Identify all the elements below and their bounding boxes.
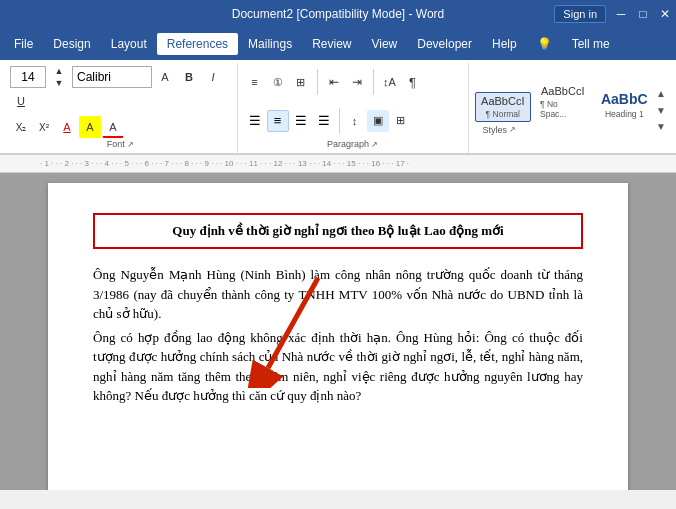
menu-tell-me[interactable]: Tell me — [562, 33, 620, 55]
align-left-button[interactable]: ☰ — [244, 110, 266, 132]
superscript-button[interactable]: X² — [33, 116, 55, 138]
align-justify-button[interactable]: ☰ — [313, 110, 335, 132]
paragraph-section-label[interactable]: Paragraph ↗ — [327, 138, 378, 151]
document-area: Quy định về thời giờ nghỉ ngơi theo Bộ l… — [0, 173, 676, 490]
ribbon-top-row: ▲ ▼ A B I U X₂ X² A A A Font — [0, 60, 676, 153]
numbering-button[interactable]: ① — [267, 71, 289, 93]
menu-developer[interactable]: Developer — [407, 33, 482, 55]
menu-lightbulb[interactable]: 💡 — [527, 33, 562, 55]
font-color-button[interactable]: A — [154, 66, 176, 88]
highlight-button[interactable]: A — [79, 116, 101, 138]
subscript-button[interactable]: X₂ — [10, 116, 32, 138]
menu-help[interactable]: Help — [482, 33, 527, 55]
bullets-button[interactable]: ≡ — [244, 71, 266, 93]
show-formatting-button[interactable]: ¶ — [402, 71, 424, 93]
decrease-indent-button[interactable]: ⇤ — [323, 71, 345, 93]
font-group: ▲ ▼ A B I U X₂ X² A A A Font — [4, 63, 238, 153]
underline-button[interactable]: U — [10, 90, 32, 112]
style-normal-label: ¶ Normal — [486, 109, 520, 119]
borders-button[interactable]: ⊞ — [390, 110, 412, 132]
increase-font-button[interactable]: ▲ — [48, 65, 70, 76]
text-color-button[interactable]: A — [102, 116, 124, 138]
paragraph-controls: ≡ ① ⊞ ⇤ ⇥ ↕A ¶ ☰ ≡ ☰ — [244, 65, 462, 138]
separator2 — [373, 69, 374, 95]
bold-button[interactable]: B — [178, 66, 200, 88]
align-right-button[interactable]: ☰ — [290, 110, 312, 132]
font-color-a-button[interactable]: A — [56, 116, 78, 138]
font-controls: ▲ ▼ A B I U X₂ X² A A A — [10, 65, 231, 138]
style-no-spacing-preview: AaBbCcI — [541, 85, 584, 97]
menu-references[interactable]: References — [157, 33, 238, 55]
menu-design[interactable]: Design — [43, 33, 100, 55]
ribbon: ▲ ▼ A B I U X₂ X² A A A Font — [0, 60, 676, 155]
style-normal[interactable]: AaBbCcI ¶ Normal — [475, 92, 531, 122]
menu-mailings[interactable]: Mailings — [238, 33, 302, 55]
minimize-button[interactable]: ─ — [610, 3, 632, 25]
restore-button[interactable]: □ — [632, 3, 654, 25]
document-body[interactable]: Ông Nguyễn Mạnh Hùng (Ninh Bình) làm côn… — [93, 265, 583, 406]
title-text: Document2 [Compatibility Mode] - Word — [232, 7, 445, 21]
style-heading1-preview: AaBbC — [601, 91, 648, 107]
scroll-up-icon[interactable]: ▲ — [656, 88, 666, 99]
menu-layout[interactable]: Layout — [101, 33, 157, 55]
separator1 — [317, 69, 318, 95]
title-bar-controls: Sign in ─ □ ✕ — [554, 0, 676, 28]
style-normal-preview: AaBbCcI — [481, 95, 524, 107]
document-page: Quy định về thời giờ nghỉ ngơi theo Bộ l… — [48, 183, 628, 490]
font-section-label[interactable]: Font ↗ — [107, 138, 134, 151]
separator3 — [339, 108, 340, 134]
decrease-font-button[interactable]: ▼ — [48, 77, 70, 88]
scroll-down-icon[interactable]: ▼ — [656, 105, 666, 116]
increase-indent-button[interactable]: ⇥ — [346, 71, 368, 93]
paragraph-1: Ông Nguyễn Mạnh Hùng (Ninh Bình) làm côn… — [93, 265, 583, 324]
ruler: · 1 · · · 2 · · · 3 · · · 4 · · · 5 · · … — [0, 155, 676, 173]
line-spacing-button[interactable]: ↕ — [344, 110, 366, 132]
styles-scroll[interactable]: ▲ ▼ ▼ — [656, 88, 666, 132]
styles-expand-icon[interactable]: ↗ — [509, 125, 516, 134]
document-title-box: Quy định về thời giờ nghỉ ngơi theo Bộ l… — [93, 213, 583, 249]
style-heading1-label: Heading 1 — [605, 109, 644, 119]
styles-group: AaBbCcI ¶ Normal AaBbCcI ¶ No Spac... Aa… — [469, 63, 672, 153]
font-size-input[interactable] — [10, 66, 46, 88]
scroll-more-icon[interactable]: ▼ — [656, 121, 666, 132]
document-title: Quy định về thời giờ nghỉ ngơi theo Bộ l… — [172, 223, 503, 238]
shading-button[interactable]: ▣ — [367, 110, 389, 132]
style-no-spacing-label: ¶ No Spac... — [540, 99, 586, 119]
align-center-button[interactable]: ≡ — [267, 110, 289, 132]
font-expand-icon[interactable]: ↗ — [127, 140, 134, 149]
close-button[interactable]: ✕ — [654, 3, 676, 25]
paragraph-2: Ông có hợp đồng lao động không xác định … — [93, 328, 583, 406]
title-bar: Document2 [Compatibility Mode] - Word Si… — [0, 0, 676, 28]
style-heading1[interactable]: AaBbC Heading 1 — [595, 88, 655, 122]
paragraph-expand-icon[interactable]: ↗ — [371, 140, 378, 149]
menu-file[interactable]: File — [4, 33, 43, 55]
styles-section-label[interactable]: Styles ↗ — [475, 124, 517, 137]
font-name-input[interactable] — [72, 66, 152, 88]
menu-review[interactable]: Review — [302, 33, 361, 55]
style-no-spacing[interactable]: AaBbCcI ¶ No Spac... — [533, 82, 593, 122]
paragraph-group: ≡ ① ⊞ ⇤ ⇥ ↕A ¶ ☰ ≡ ☰ — [238, 63, 469, 153]
sort-button[interactable]: ↕A — [379, 71, 401, 93]
menu-bar: File Design Layout References Mailings R… — [0, 28, 676, 60]
multilevel-button[interactable]: ⊞ — [290, 71, 312, 93]
sign-in-button[interactable]: Sign in — [554, 5, 606, 23]
menu-view[interactable]: View — [361, 33, 407, 55]
italic-button[interactable]: I — [202, 66, 224, 88]
